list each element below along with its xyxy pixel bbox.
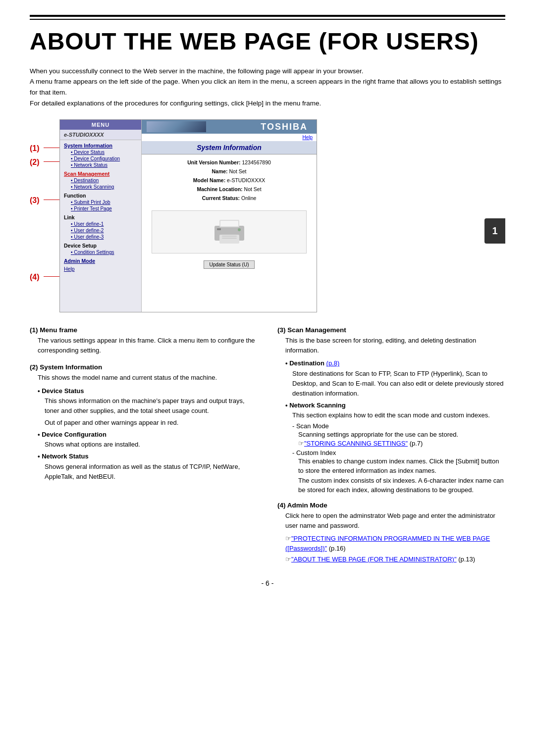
intro-text: When you successfully connect to the Web… (30, 66, 505, 108)
svg-rect-2 (220, 221, 238, 226)
desc-admin-mode-text: Click here to open the adminstrator Web … (285, 511, 505, 531)
menu-item-network-status[interactable]: • Network Status (60, 162, 141, 168)
desc-system-info: (2) System Information This shows the mo… (30, 363, 258, 481)
admin-link-1: ☞"PROTECTING INFORMATION PROGRAMMED IN T… (285, 534, 505, 553)
svg-rect-4 (222, 236, 237, 237)
scan-mode-label: - Scan Mode (292, 422, 505, 430)
scan-mode-link: ☞"STORING SCANNING SETTINGS" (p.7) (298, 440, 505, 447)
menu-section-title-scan[interactable]: Scan Management (60, 168, 141, 177)
arrow-4 (44, 276, 59, 277)
desc-admin-mode-heading: (4) Admin Mode (277, 502, 505, 509)
menu-function-title: Function (60, 190, 141, 199)
bullet-device-config-label: • Device Configuration (38, 431, 107, 438)
bullet-destination-text: Store destinations for Scan to FTP, Scan… (292, 369, 505, 399)
menu-item-destination[interactable]: • Destination (60, 177, 141, 184)
custom-index-text2: The custom index consists of six indexes… (298, 476, 505, 495)
label-4: (4) (30, 273, 41, 282)
menu-item-user-define-2[interactable]: • User define-2 (60, 227, 141, 234)
printer-icon (210, 216, 249, 248)
help-bar: Help (142, 134, 317, 141)
info-name: Name: Not Set (149, 167, 309, 176)
menu-device-setup-title: Device Setup (60, 240, 141, 249)
desc-scan-mgmt-text: This is the base screen for storing, edi… (285, 336, 505, 355)
info-status: Current Status: Online (149, 194, 309, 203)
menu-admin-mode[interactable]: Admin Mode (60, 255, 141, 264)
desc-system-info-text: This shows the model name and current st… (38, 373, 258, 383)
bullet-network-status-text: Shows general information as well as the… (45, 462, 258, 482)
bullet-destination-label: • Destination (285, 359, 326, 367)
system-info-body: Unit Version Number: 1234567890 Name: No… (142, 154, 317, 206)
scan-mode-section: - Scan Mode Scanning settings appropriat… (292, 422, 505, 495)
custom-index-text1: This enables to change custom index name… (298, 456, 505, 476)
scan-mode-text: Scanning settings appropriate for the us… (298, 430, 505, 440)
menu-item-network-scanning[interactable]: • Network Scanning (60, 184, 141, 190)
info-model: Model Name: e-STUDIOXXXX (149, 176, 309, 185)
page-footer: - 6 - (30, 579, 505, 587)
menu-item-printer-test[interactable]: • Printer Test Page (60, 205, 141, 212)
info-unit-version: Unit Version Number: 1234567890 (149, 158, 309, 167)
menu-help[interactable]: Help (60, 264, 141, 273)
arrow-2 (44, 161, 59, 162)
menu-item-user-define-1[interactable]: • User define-1 (60, 221, 141, 227)
about-web-page-admin-link[interactable]: "ABOUT THE WEB PAGE (FOR THE ADMINISTRAT… (291, 555, 457, 563)
menu-link-title: Link (60, 212, 141, 221)
bullet-network-status: • Network Status Shows general informati… (38, 452, 258, 481)
update-status-button[interactable]: Update Status (U) (204, 260, 254, 269)
update-btn-container: Update Status (U) (142, 260, 317, 269)
chapter-tab: 1 (484, 218, 505, 244)
menu-section-title-sysinfo[interactable]: System Information (60, 140, 141, 149)
bullet-network-scanning-label: • Network Scanning (285, 402, 346, 409)
browser-mockup: MENU e-STUDIOXXXX System Information • D… (59, 119, 317, 312)
label-2: (2) (30, 158, 41, 167)
bullet-network-scanning-text: This section explains how to edit the sc… (292, 410, 505, 420)
desc-admin-mode: (4) Admin Mode Click here to open the ad… (277, 502, 505, 564)
menu-panel: MENU e-STUDIOXXXX System Information • D… (60, 120, 142, 312)
content-panel: TOSHIBA Help System Information Unit Ver… (142, 120, 317, 312)
page-number: - 6 - (262, 579, 274, 587)
desc-system-info-heading: (2) System Information (30, 363, 258, 371)
info-location: Machine Location: Not Set (149, 185, 309, 194)
menu-item-device-status[interactable]: • Device Status (60, 149, 141, 155)
menu-header: MENU (60, 120, 141, 130)
bullet-device-status: • Device Status This shows information o… (38, 386, 258, 428)
desc-scan-mgmt-heading: (3) Scan Management (277, 326, 505, 334)
descriptions-section: (1) Menu frame The various settings appe… (30, 326, 505, 564)
bullet-device-config-text: Shows what options are installed. (45, 440, 258, 450)
arrow-3 (44, 200, 59, 200)
desc-menu-frame-text: The various settings appear in this fram… (38, 336, 258, 355)
label-1: (1) (30, 144, 41, 153)
admin-link-2: ☞"ABOUT THE WEB PAGE (FOR THE ADMINISTRA… (285, 554, 505, 564)
arrow-1 (44, 148, 59, 148)
help-link[interactable]: Help (302, 135, 313, 140)
bullet-device-status-label: • Device Status (38, 387, 84, 395)
desc-menu-frame-heading: (1) Menu frame (30, 326, 258, 334)
menu-item-device-config[interactable]: • Device Configuration (60, 155, 141, 162)
destination-link[interactable]: (p.8) (326, 359, 340, 367)
bullet-network-scanning: • Network Scanning This section explains… (285, 401, 505, 495)
bullet-network-status-label: • Network Status (38, 453, 89, 460)
desc-left-col: (1) Menu frame The various settings appe… (30, 326, 258, 564)
menu-item-user-define-3[interactable]: • User define-3 (60, 234, 141, 240)
svg-rect-5 (222, 238, 237, 239)
top-rule (30, 15, 505, 20)
storing-scanning-link[interactable]: "STORING SCANNING SETTINGS" (304, 440, 408, 447)
menu-item-condition-settings[interactable]: • Condition Settings (60, 249, 141, 255)
printer-image-area (152, 210, 307, 253)
menu-machine-name: e-STUDIOXXXX (60, 130, 141, 140)
bullet-device-status-text1: This shows information on the machine's … (45, 396, 258, 416)
page: ABOUT THE WEB PAGE (FOR USERS) When you … (0, 0, 535, 756)
toshiba-logo: TOSHIBA (261, 122, 308, 132)
bullet-device-status-text2: Out of paper and other warnings appear i… (45, 418, 258, 428)
desc-right-col: (3) Scan Management This is the base scr… (277, 326, 505, 564)
svg-rect-7 (217, 228, 221, 230)
bullet-device-config: • Device Configuration Shows what option… (38, 430, 258, 450)
system-info-title: System Information (197, 144, 262, 151)
desc-scan-mgmt: (3) Scan Management This is the base scr… (277, 326, 505, 495)
desc-menu-frame: (1) Menu frame The various settings appe… (30, 326, 258, 355)
protecting-info-link[interactable]: "PROTECTING INFORMATION PROGRAMMED IN TH… (285, 535, 490, 552)
svg-point-6 (238, 228, 241, 231)
label-3: (3) (30, 196, 41, 205)
page-title: ABOUT THE WEB PAGE (FOR USERS) (30, 29, 505, 55)
custom-index-label: - Custom Index (292, 449, 505, 456)
menu-item-submit-print[interactable]: • Submit Print Job (60, 199, 141, 205)
